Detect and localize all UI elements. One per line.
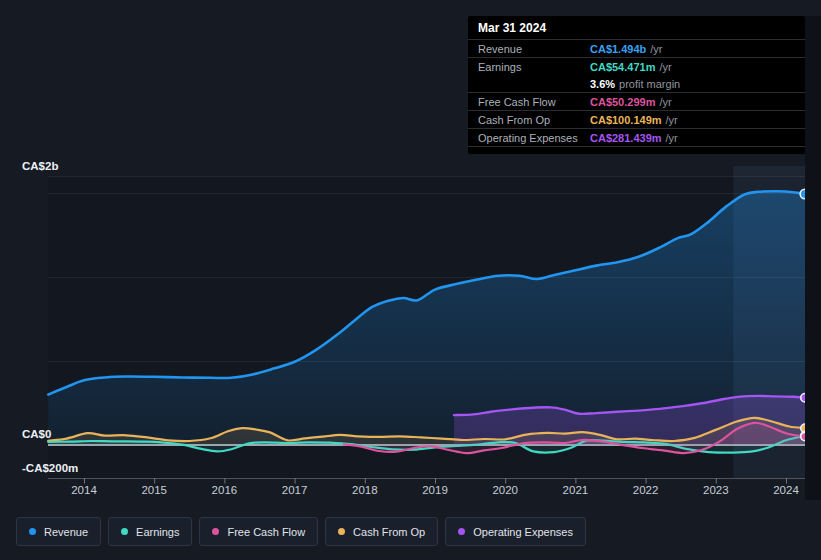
legend-label: Operating Expenses [473, 526, 573, 538]
tooltip-suffix: /yr [650, 43, 662, 55]
tooltip-label: Revenue [468, 43, 590, 55]
y-axis-label: CA$2b [22, 159, 58, 173]
legend-item-earnings[interactable]: Earnings [108, 517, 192, 546]
tooltip-suffix: /yr [666, 114, 678, 126]
tooltip-value: CA$50.299m [590, 96, 655, 108]
x-axis-label: 2020 [482, 484, 528, 496]
legend-item-operating-expenses[interactable]: Operating Expenses [445, 517, 586, 546]
x-axis-label: 2018 [342, 484, 388, 496]
tooltip-value: CA$281.439m [590, 132, 662, 144]
free-cash-flow-dot-icon [212, 528, 219, 535]
tooltip-row-operating-expenses: Operating Expenses CA$281.439m /yr [468, 129, 805, 147]
chart-right-margin [805, 16, 821, 500]
y-axis-label: -CA$200m [22, 461, 78, 475]
tooltip-suffix: /yr [659, 61, 671, 73]
tooltip-suffix: /yr [659, 96, 671, 108]
x-axis-label: 2017 [272, 484, 318, 496]
tooltip-label: Operating Expenses [468, 132, 590, 144]
tooltip-row-revenue: Revenue CA$1.494b /yr [468, 40, 805, 58]
page: { "page": {"background": "#151a23"}, "to… [0, 0, 821, 560]
tooltip-label: Free Cash Flow [468, 96, 590, 108]
tooltip-row-earnings: Earnings CA$54.471m /yr [468, 58, 805, 75]
legend-item-revenue[interactable]: Revenue [16, 517, 101, 546]
operating-expenses-dot-icon [458, 528, 465, 535]
tooltip-value: CA$100.149m [590, 114, 662, 126]
tooltip-suffix: profit margin [619, 78, 680, 90]
earnings-dot-icon [121, 528, 128, 535]
tooltip-label: Cash From Op [468, 114, 590, 126]
legend-label: Earnings [136, 526, 179, 538]
tooltip-value: CA$54.471m [590, 61, 655, 73]
x-axis-label: 2023 [693, 484, 739, 496]
legend-label: Free Cash Flow [227, 526, 305, 538]
x-axis-label: 2015 [131, 484, 177, 496]
x-axis-label: 2021 [552, 484, 598, 496]
legend-item-cash-from-op[interactable]: Cash From Op [325, 517, 438, 546]
tooltip-value: 3.6% [590, 78, 615, 90]
x-axis-label: 2024 [763, 484, 809, 496]
chart-legend: RevenueEarningsFree Cash FlowCash From O… [16, 517, 586, 546]
legend-item-free-cash-flow[interactable]: Free Cash Flow [199, 517, 318, 546]
cash-from-op-dot-icon [338, 528, 345, 535]
tooltip-value: CA$1.494b [590, 43, 646, 55]
chart-plot-area[interactable] [48, 160, 807, 479]
tooltip-date: Mar 31 2024 [468, 16, 805, 40]
tooltip-row-profit-margin: 3.6% profit margin [468, 75, 805, 93]
y-axis-label: CA$0 [22, 427, 51, 441]
revenue-dot-icon [29, 528, 36, 535]
legend-label: Cash From Op [353, 526, 425, 538]
tooltip-label: Earnings [468, 61, 590, 73]
x-axis-label: 2019 [412, 484, 458, 496]
data-tooltip: Mar 31 2024 Revenue CA$1.494b /yr Earnin… [468, 16, 805, 154]
tooltip-row-cash-from-op: Cash From Op CA$100.149m /yr [468, 111, 805, 129]
x-axis-label: 2014 [61, 484, 107, 496]
tooltip-suffix: /yr [666, 132, 678, 144]
tooltip-row-free-cash-flow: Free Cash Flow CA$50.299m /yr [468, 93, 805, 111]
x-axis-label: 2022 [623, 484, 669, 496]
legend-label: Revenue [44, 526, 88, 538]
x-axis-label: 2016 [201, 484, 247, 496]
